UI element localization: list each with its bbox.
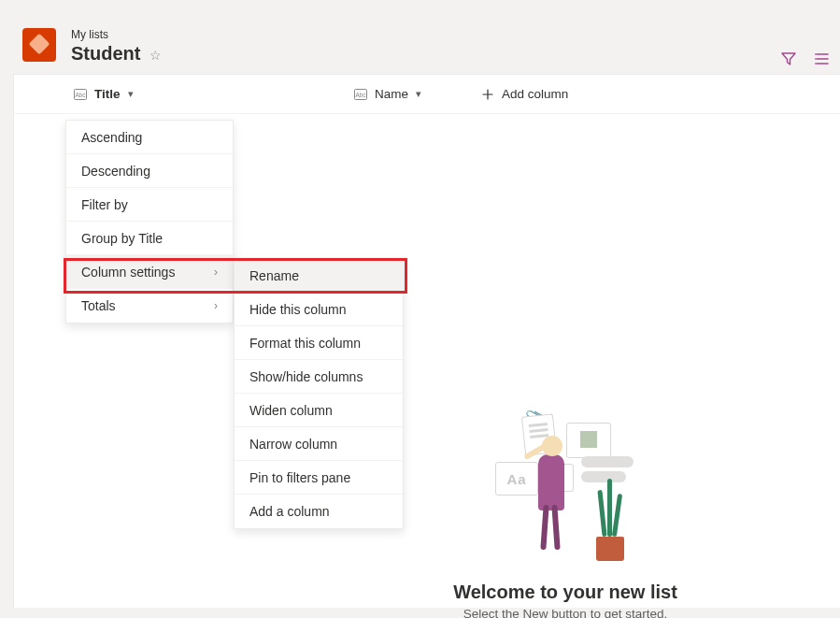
- column-headers-row: Abc Title ▾ Abc Name ▾ Add column: [14, 75, 840, 114]
- column-header-title[interactable]: Abc Title ▾: [74, 87, 354, 101]
- chevron-down-icon: ▾: [416, 88, 421, 100]
- column-settings-submenu: RenameHide this columnFormat this column…: [234, 258, 404, 529]
- menu-item-label: Column settings: [81, 265, 175, 280]
- menu-item-group-by-title[interactable]: Group by Title: [66, 222, 233, 255]
- empty-state-heading: Welcome to your new list: [453, 582, 677, 603]
- svg-point-1: [815, 58, 817, 60]
- submenu-item-label: Format this column: [249, 336, 361, 351]
- submenu-item-label: Add a column: [249, 504, 330, 519]
- details-pane-icon[interactable]: [814, 50, 831, 67]
- submenu-item-label: Pin to filters pane: [249, 470, 350, 485]
- menu-item-ascending[interactable]: Ascending: [66, 121, 233, 154]
- empty-state-illustration: 📎 Aa: [477, 411, 654, 570]
- submenu-item-widen-column[interactable]: Widen column: [235, 394, 403, 427]
- submenu-item-label: Show/hide columns: [249, 369, 363, 384]
- text-field-icon: Abc: [74, 88, 87, 101]
- column-title-label: Title: [94, 87, 121, 101]
- column-context-menu: AscendingDescendingFilter byGroup by Tit…: [65, 120, 234, 323]
- header-titles: My lists Student ☆: [71, 28, 162, 65]
- menu-item-filter-by[interactable]: Filter by: [66, 188, 233, 222]
- list-header: My lists Student ☆: [0, 0, 840, 74]
- submenu-item-label: Hide this column: [249, 302, 347, 317]
- submenu-item-rename[interactable]: Rename: [235, 259, 403, 293]
- title-row: Student ☆: [71, 43, 162, 65]
- chevron-down-icon: ▾: [128, 88, 134, 100]
- submenu-item-label: Narrow column: [249, 437, 337, 452]
- submenu-item-pin-to-filters-pane[interactable]: Pin to filters pane: [235, 461, 403, 495]
- submenu-item-label: Widen column: [249, 403, 333, 418]
- menu-item-label: Descending: [81, 164, 150, 179]
- svg-point-0: [815, 53, 817, 55]
- plus-icon: [481, 88, 494, 101]
- submenu-item-hide-this-column[interactable]: Hide this column: [235, 293, 403, 326]
- svg-text:Abc: Abc: [355, 91, 366, 97]
- filter-icon[interactable]: [780, 50, 797, 67]
- empty-state-subtext: Select the New button to get started.: [463, 607, 667, 618]
- chevron-right-icon: ›: [214, 299, 218, 312]
- menu-item-descending[interactable]: Descending: [66, 154, 233, 188]
- menu-item-label: Filter by: [81, 197, 128, 212]
- column-name-label: Name: [375, 87, 408, 101]
- submenu-item-show-hide-columns[interactable]: Show/hide columns: [235, 360, 403, 394]
- breadcrumb[interactable]: My lists: [71, 28, 162, 41]
- menu-item-label: Totals: [81, 298, 116, 313]
- page-title: Student: [71, 43, 140, 65]
- text-field-icon: Abc: [354, 88, 367, 101]
- menu-item-label: Ascending: [81, 130, 142, 145]
- svg-point-2: [815, 63, 817, 65]
- submenu-item-label: Rename: [249, 268, 299, 283]
- app-root: My lists Student ☆ Abc Title ▾: [0, 0, 840, 618]
- submenu-item-format-this-column[interactable]: Format this column: [235, 326, 403, 360]
- menu-item-label: Group by Title: [81, 231, 163, 246]
- svg-text:Abc: Abc: [75, 91, 86, 97]
- add-column-label: Add column: [502, 87, 568, 101]
- top-right-actions: [780, 50, 831, 67]
- menu-item-column-settings[interactable]: Column settings›: [66, 255, 233, 289]
- submenu-item-narrow-column[interactable]: Narrow column: [235, 427, 403, 461]
- favorite-star-icon[interactable]: ☆: [149, 48, 162, 63]
- menu-item-totals[interactable]: Totals›: [66, 289, 233, 323]
- chevron-right-icon: ›: [214, 266, 218, 279]
- column-header-name[interactable]: Abc Name ▾: [354, 87, 481, 101]
- list-app-icon: [22, 28, 56, 62]
- empty-state: 📎 Aa Welcome to your new list Select the…: [425, 411, 705, 618]
- submenu-item-add-a-column[interactable]: Add a column: [235, 495, 403, 528]
- add-column-button[interactable]: Add column: [481, 87, 568, 101]
